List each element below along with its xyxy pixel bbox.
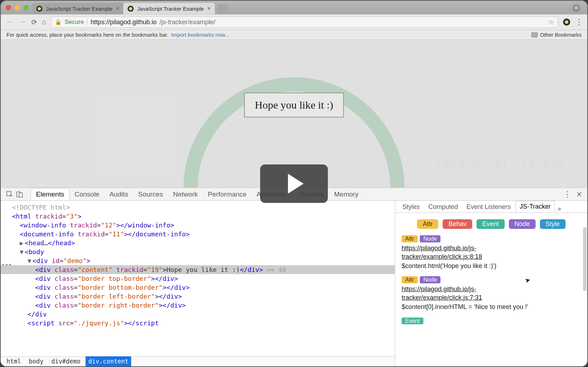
breadcrumb-item[interactable]: div#demo	[48, 356, 83, 366]
devtools-tab-performance[interactable]: Performance	[203, 188, 252, 200]
close-window-icon[interactable]	[6, 5, 11, 10]
sidebar-tabs-overflow-icon[interactable]: »	[558, 205, 561, 213]
new-tab-button[interactable]	[217, 4, 228, 14]
filter-badge-node[interactable]: Node	[509, 219, 536, 229]
demo-content-text: Hope you like it :)	[255, 99, 333, 111]
other-bookmarks-button[interactable]: Other Bookmarks	[531, 32, 582, 38]
tracker-entry: AttrNodehttps://pilagod.github.io/js-tra…	[402, 235, 581, 270]
close-tab-icon[interactable]: ×	[116, 5, 119, 12]
extension-icon[interactable]	[563, 19, 570, 26]
entry-source-link[interactable]: tracker/example/click.js:8:18	[402, 252, 581, 261]
maximize-window-icon[interactable]	[24, 5, 29, 10]
dom-line[interactable]: <html trackid="3">	[1, 212, 395, 221]
browser-menu-icon[interactable]: ⋮	[575, 17, 582, 27]
tab-1[interactable]: JavaScript Tracker Example ×	[32, 3, 124, 14]
entry-code: $content.html('Hope you like it :)')	[402, 262, 581, 270]
dom-line[interactable]: <script src="./jquery.js"></script	[1, 319, 395, 327]
elements-dom-tree[interactable]: ••• <!DOCTYPE html> <html trackid="3"> <…	[1, 201, 395, 366]
dom-breadcrumb[interactable]: htmlbodydiv#demodiv.content	[1, 356, 395, 366]
filter-badge-event[interactable]: Event	[476, 219, 504, 229]
breadcrumb-item[interactable]: body	[26, 356, 46, 366]
watermark-text: JavaScript Tracker	[437, 156, 566, 169]
tracker-entry-partial: Event	[402, 317, 581, 325]
address-bar[interactable]: 🔒 Secure https://pilagod.github.io/js-tr…	[51, 16, 558, 28]
url-host: https://pilagod.github.io	[91, 19, 156, 26]
filter-badge-style[interactable]: Style	[540, 219, 566, 229]
lock-icon: 🔒	[55, 19, 62, 25]
bookmarks-bar: For quick access, place your bookmarks h…	[1, 30, 587, 40]
play-icon	[288, 174, 304, 194]
sidebar-tab-event-listeners[interactable]: Event Listeners	[463, 201, 514, 213]
minimize-window-icon[interactable]	[15, 5, 20, 10]
filter-badges: AttrBehavEventNodeStyle	[402, 219, 581, 229]
sidebar-tab-computed[interactable]: Computed	[425, 201, 461, 213]
sidebar-tab-js-tracker[interactable]: JS-Tracker	[516, 201, 555, 213]
devtools-tab-console[interactable]: Console	[69, 188, 104, 200]
entry-source-link[interactable]: https://pilagod.github.io/js-	[402, 285, 581, 293]
profile-avatar-icon[interactable]	[572, 4, 580, 12]
entry-tag[interactable]: Node	[420, 235, 440, 242]
entry-source-link[interactable]: https://pilagod.github.io/js-	[402, 244, 581, 252]
dom-line[interactable]: <div class="border top-border"></div>	[1, 274, 395, 283]
close-tab-icon[interactable]: ×	[207, 5, 211, 12]
dom-line[interactable]: <document-info trackid="11"></document-i…	[1, 230, 395, 238]
devtools-close-icon[interactable]: ✕	[576, 190, 582, 199]
dom-line[interactable]: <div class="border bottom-border"></div>	[1, 283, 395, 292]
dom-line[interactable]: ▼<div id="demo">	[1, 256, 395, 265]
entry-tag[interactable]: Attr	[402, 235, 418, 242]
entry-code: $content[0].innerHTML = 'Nice to meet yo…	[402, 303, 581, 311]
devtools-sidebar: StylesComputedEvent ListenersJS-Tracker»…	[395, 201, 587, 366]
url-path: /js-tracker/example/	[160, 19, 216, 26]
js-tracker-panel: AttrBehavEventNodeStyle AttrNodehttps://…	[395, 213, 587, 329]
scrollbar[interactable]	[583, 227, 587, 291]
tab-title: JavaScript Tracker Example	[46, 6, 113, 12]
dom-line[interactable]: ▼<body	[1, 247, 395, 256]
folder-icon	[531, 32, 538, 37]
sidebar-tab-styles[interactable]: Styles	[399, 201, 423, 213]
devtools-tab-audits[interactable]: Audits	[104, 188, 133, 200]
dom-line[interactable]: <div class="border left-border"></div>	[1, 292, 395, 301]
devtools: ElementsConsoleAuditsSourcesNetworkPerfo…	[1, 188, 587, 366]
play-button[interactable]	[260, 164, 328, 203]
back-button[interactable]: ←	[6, 17, 14, 27]
inspect-element-icon[interactable]	[6, 190, 14, 198]
devtools-tab-memory[interactable]: Memory	[329, 188, 364, 200]
bookmarks-hint-text: For quick access, place your bookmarks h…	[6, 32, 168, 38]
toolbar: ← → ⟳ ⌂ 🔒 Secure https://pilagod.github.…	[1, 14, 587, 30]
secure-label: Secure	[65, 19, 88, 26]
dom-line[interactable]: <!DOCTYPE html>	[1, 203, 395, 212]
filter-badge-attr[interactable]: Attr	[417, 219, 438, 229]
overflow-gutter-icon: •••	[1, 261, 12, 269]
dom-line[interactable]: <div class="border right-border"></div>	[1, 301, 395, 310]
dom-line[interactable]: ▶<head…</head>	[1, 238, 395, 247]
devtools-body: ••• <!DOCTYPE html> <html trackid="3"> <…	[1, 201, 587, 366]
dom-line[interactable]: <window-info trackid="12"></window-info>	[1, 221, 395, 230]
breadcrumb-item[interactable]: div.content	[86, 356, 131, 366]
forward-button[interactable]: →	[19, 17, 26, 27]
entry-tag[interactable]: Node	[420, 276, 440, 283]
entry-source-link[interactable]: tracker/example/click.js:7:31	[402, 293, 581, 302]
tab-2[interactable]: JavaScript Tracker Example ×	[123, 3, 215, 14]
demo-content-box[interactable]: Hope you like it :)	[244, 93, 344, 117]
devtools-menu-icon[interactable]: ⋮	[563, 190, 571, 199]
filter-badge-behav[interactable]: Behav	[443, 219, 472, 229]
reload-button[interactable]: ⟳	[31, 18, 37, 26]
browser-window: JavaScript Tracker Example × JavaScript …	[0, 0, 588, 367]
devtools-tab-network[interactable]: Network	[168, 188, 203, 200]
sidebar-tabs: StylesComputedEvent ListenersJS-Tracker»	[395, 201, 587, 213]
dom-line[interactable]: <div class="content" trackid="19">Hope y…	[1, 265, 395, 274]
favicon-icon	[128, 6, 134, 12]
bookmark-star-icon[interactable]: ☆	[548, 18, 554, 26]
entry-tag[interactable]: Event	[402, 318, 423, 324]
entry-tag[interactable]: Attr	[402, 276, 418, 283]
devtools-tab-elements[interactable]: Elements	[31, 188, 69, 200]
home-button[interactable]: ⌂	[42, 18, 46, 26]
device-toolbar-icon[interactable]	[16, 190, 24, 198]
tab-title: JavaScript Tracker Example	[137, 6, 204, 12]
window-controls	[6, 5, 29, 10]
breadcrumb-item[interactable]: html	[4, 356, 24, 366]
devtools-tab-sources[interactable]: Sources	[133, 188, 168, 200]
dom-line[interactable]: </div	[1, 310, 395, 319]
import-bookmarks-link[interactable]: Import bookmarks now...	[171, 32, 229, 38]
tracker-entry: AttrNodehttps://pilagod.github.io/js-tra…	[402, 276, 581, 311]
